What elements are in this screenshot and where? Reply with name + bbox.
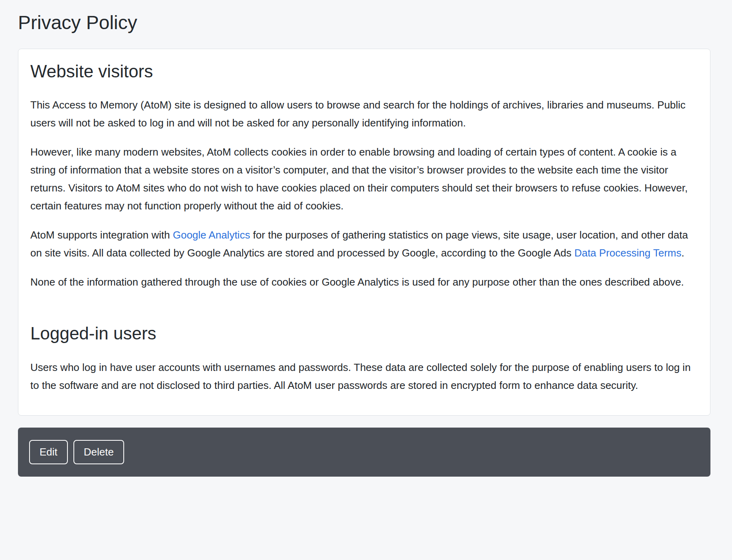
- section-website-visitors: Website visitors This Access to Memory (…: [30, 61, 698, 292]
- page: Privacy Policy Website visitors This Acc…: [0, 0, 732, 489]
- section-paragraphs: Users who log in have user accounts with…: [30, 359, 698, 394]
- text-run: AtoM supports integration with: [30, 229, 173, 241]
- paragraph: Users who log in have user accounts with…: [30, 359, 698, 394]
- page-title: Privacy Policy: [18, 11, 710, 34]
- paragraph: AtoM supports integration with Google An…: [30, 226, 698, 262]
- actions-bar: Edit Delete: [18, 428, 710, 477]
- section-logged-in-users: Logged-in users Users who log in have us…: [30, 323, 698, 394]
- paragraph: None of the information gathered through…: [30, 273, 698, 291]
- text-run: .: [681, 247, 684, 259]
- section-paragraphs: This Access to Memory (AtoM) site is des…: [30, 96, 698, 291]
- static-page-card: Website visitors This Access to Memory (…: [18, 49, 710, 416]
- section-heading: Website visitors: [30, 61, 698, 82]
- data-processing-terms-link[interactable]: Data Processing Terms: [574, 247, 681, 259]
- google-analytics-link[interactable]: Google Analytics: [173, 229, 250, 241]
- text-run: This Access to Memory (AtoM) site is des…: [30, 99, 686, 129]
- text-run: None of the information gathered through…: [30, 276, 684, 288]
- paragraph: This Access to Memory (AtoM) site is des…: [30, 96, 698, 132]
- section-heading: Logged-in users: [30, 323, 698, 344]
- edit-button[interactable]: Edit: [29, 440, 68, 464]
- delete-button[interactable]: Delete: [73, 440, 124, 464]
- text-run: However, like many modern websites, AtoM…: [30, 146, 688, 212]
- paragraph: However, like many modern websites, AtoM…: [30, 143, 698, 215]
- text-run: Users who log in have user accounts with…: [30, 361, 690, 391]
